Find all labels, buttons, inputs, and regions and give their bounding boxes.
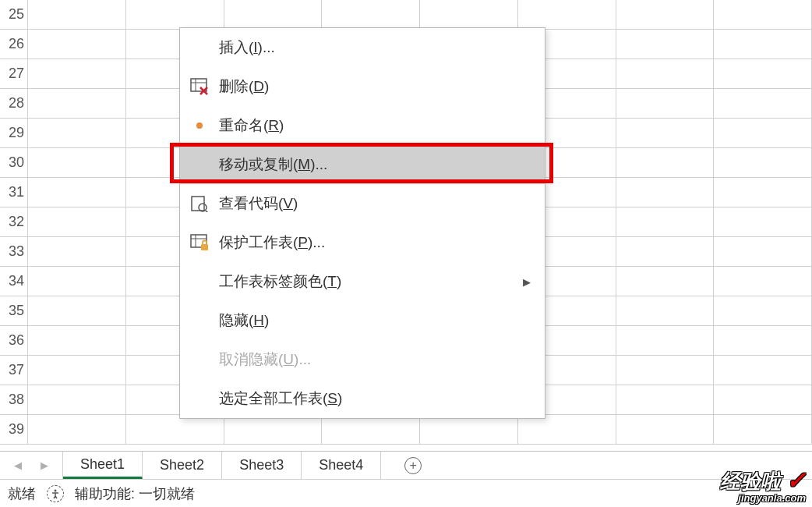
- cell[interactable]: [420, 0, 518, 30]
- row-header[interactable]: 35: [0, 296, 28, 326]
- menu-insert[interactable]: 插入(I)...: [180, 28, 545, 67]
- blank-icon: [189, 271, 210, 292]
- cell[interactable]: [714, 89, 812, 119]
- cell[interactable]: [616, 296, 715, 326]
- cell[interactable]: [420, 415, 518, 445]
- new-sheet-button[interactable]: +: [404, 457, 422, 474]
- sheet-tabs-bar: ◀ ▶ Sheet1 Sheet2 Sheet3 Sheet4 +: [0, 451, 812, 479]
- cell[interactable]: [616, 119, 715, 148]
- cell[interactable]: [28, 356, 126, 385]
- cell[interactable]: [28, 119, 126, 148]
- cell[interactable]: [28, 237, 126, 267]
- svg-line-7: [206, 211, 208, 212]
- row-header[interactable]: 33: [0, 237, 28, 267]
- menu-tab-color[interactable]: 工作表标签颜色(T) ▶: [180, 262, 545, 301]
- blank-icon: [189, 154, 210, 175]
- menu-delete[interactable]: 删除(D): [180, 67, 545, 106]
- blank-icon: [189, 37, 210, 58]
- menu-label: 插入(I)...: [219, 37, 275, 58]
- cell[interactable]: [714, 415, 812, 445]
- status-bar: 就绪 辅助功能: 一切就绪: [0, 479, 812, 507]
- cell[interactable]: [322, 0, 420, 30]
- cell[interactable]: [28, 0, 126, 30]
- menu-protect-sheet[interactable]: 保护工作表(P)...: [180, 223, 545, 262]
- menu-move-or-copy[interactable]: 移动或复制(M)...: [180, 145, 545, 184]
- cell[interactable]: [28, 385, 126, 415]
- cell[interactable]: [616, 59, 715, 89]
- cell[interactable]: [714, 267, 812, 296]
- sheet-tab-sheet4[interactable]: Sheet4: [302, 452, 381, 479]
- sheet-tab-sheet2[interactable]: Sheet2: [143, 452, 222, 479]
- row-header[interactable]: 28: [0, 89, 28, 119]
- row-header[interactable]: 36: [0, 326, 28, 356]
- row-header[interactable]: 30: [0, 148, 28, 178]
- cell[interactable]: [28, 30, 126, 59]
- row-header[interactable]: 25: [0, 0, 28, 30]
- cell[interactable]: [224, 415, 323, 445]
- row-header[interactable]: 27: [0, 59, 28, 89]
- cell[interactable]: [518, 415, 616, 445]
- cell[interactable]: [28, 178, 126, 207]
- menu-view-code[interactable]: 查看代码(V): [180, 184, 545, 223]
- cell[interactable]: [714, 237, 812, 267]
- blank-icon: [189, 310, 210, 331]
- row-header[interactable]: 34: [0, 267, 28, 296]
- cell[interactable]: [126, 415, 224, 445]
- accessibility-icon[interactable]: [47, 485, 64, 502]
- view-code-icon: [189, 193, 210, 214]
- cell[interactable]: [714, 119, 812, 148]
- cell[interactable]: [714, 0, 812, 30]
- cell[interactable]: [714, 30, 812, 59]
- cell[interactable]: [714, 178, 812, 207]
- cell[interactable]: [28, 326, 126, 356]
- tab-nav-arrows: ◀ ▶: [0, 452, 63, 479]
- cell[interactable]: [714, 356, 812, 385]
- cell[interactable]: [616, 178, 715, 207]
- tab-nav-prev-icon[interactable]: ◀: [14, 459, 22, 471]
- cell[interactable]: [616, 30, 715, 59]
- cell[interactable]: [714, 296, 812, 326]
- cell[interactable]: [28, 207, 126, 237]
- cell[interactable]: [616, 0, 715, 30]
- tab-nav-next-icon[interactable]: ▶: [41, 459, 48, 471]
- cell[interactable]: [224, 0, 323, 30]
- cell[interactable]: [28, 148, 126, 178]
- cell[interactable]: [616, 207, 715, 237]
- menu-rename[interactable]: 重命名(R): [180, 106, 545, 145]
- row-header[interactable]: 39: [0, 415, 28, 445]
- row-header[interactable]: 32: [0, 207, 28, 237]
- cell[interactable]: [126, 0, 224, 30]
- cell[interactable]: [714, 385, 812, 415]
- cell[interactable]: [28, 296, 126, 326]
- sheet-tab-sheet3[interactable]: Sheet3: [222, 452, 302, 479]
- cell[interactable]: [616, 326, 715, 356]
- sheet-tab-sheet1[interactable]: Sheet1: [63, 452, 143, 479]
- cell[interactable]: [28, 267, 126, 296]
- menu-label: 查看代码(V): [219, 193, 298, 214]
- menu-label: 取消隐藏(U)...: [219, 349, 311, 370]
- cell[interactable]: [616, 89, 715, 119]
- row-header[interactable]: 26: [0, 30, 28, 59]
- cell[interactable]: [28, 415, 126, 445]
- row-header[interactable]: 37: [0, 356, 28, 385]
- cell[interactable]: [616, 267, 715, 296]
- menu-select-all-sheets[interactable]: 选定全部工作表(S): [180, 379, 545, 418]
- cell[interactable]: [616, 237, 715, 267]
- cell[interactable]: [28, 89, 126, 119]
- cell[interactable]: [616, 356, 715, 385]
- cell[interactable]: [714, 326, 812, 356]
- cell[interactable]: [518, 0, 616, 30]
- menu-hide[interactable]: 隐藏(H): [180, 301, 545, 340]
- row-header[interactable]: 31: [0, 178, 28, 207]
- row-header[interactable]: 38: [0, 385, 28, 415]
- cell[interactable]: [322, 415, 420, 445]
- cell[interactable]: [714, 59, 812, 89]
- cell[interactable]: [714, 207, 812, 237]
- cell[interactable]: [616, 385, 715, 415]
- cell[interactable]: [28, 59, 126, 89]
- row-header[interactable]: 29: [0, 119, 28, 148]
- cell[interactable]: [714, 148, 812, 178]
- protect-sheet-icon: [189, 232, 210, 253]
- cell[interactable]: [616, 415, 715, 445]
- cell[interactable]: [616, 148, 715, 178]
